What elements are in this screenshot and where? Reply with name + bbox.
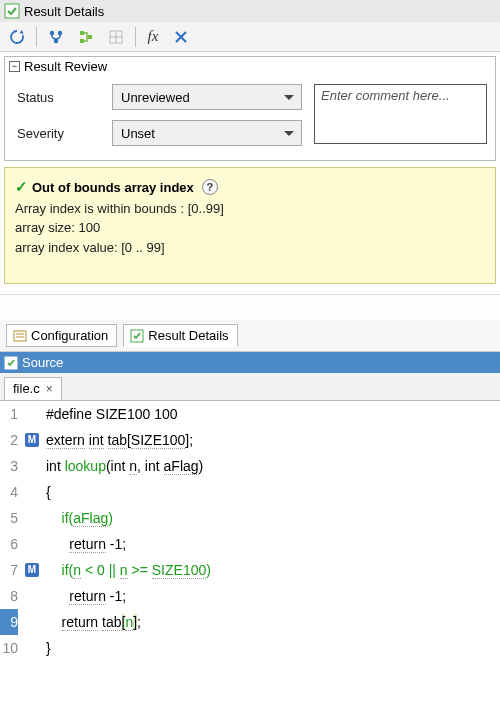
svg-point-2	[58, 30, 62, 34]
severity-label: Severity	[17, 126, 112, 141]
status-select[interactable]: Unreviewed	[112, 84, 302, 110]
tab-result-details[interactable]: Result Details	[123, 324, 237, 347]
line-number: 10	[0, 635, 18, 661]
code-line[interactable]: int lookup(int n, int aFlag)	[42, 453, 500, 479]
separator	[135, 27, 136, 47]
separator	[36, 27, 37, 47]
check-line: array index value: [0 .. 99]	[15, 238, 485, 258]
svg-rect-4	[80, 31, 84, 35]
severity-select[interactable]: Unset	[112, 120, 302, 146]
line-number: 7	[0, 557, 18, 583]
line-marker	[22, 479, 42, 505]
file-name: file.c	[13, 381, 40, 396]
line-number: 3	[0, 453, 18, 479]
line-number: 6	[0, 531, 18, 557]
check-title-row: ✓ Out of bounds array index ?	[15, 176, 485, 199]
check-line: array size: 100	[15, 218, 485, 238]
lower-tabs: Configuration Result Details	[0, 320, 500, 352]
result-review-header: − Result Review	[5, 57, 495, 76]
code-line[interactable]: extern int tab[SIZE100];	[42, 427, 500, 453]
line-gutter: 12345678910	[0, 401, 22, 661]
svg-rect-5	[80, 39, 84, 43]
fx-button[interactable]: fx	[142, 25, 164, 49]
tab-configuration[interactable]: Configuration	[6, 324, 117, 347]
line-number: 8	[0, 583, 18, 609]
code-lines: #define SIZE100 100extern int tab[SIZE10…	[42, 401, 500, 661]
line-number: 4	[0, 479, 18, 505]
reload-button[interactable]	[4, 25, 30, 49]
macro-marker-icon: M	[25, 433, 39, 447]
svg-rect-8	[14, 331, 26, 341]
code-line[interactable]: }	[42, 635, 500, 661]
collapse-toggle[interactable]: −	[9, 61, 20, 72]
check-ok-icon: ✓	[15, 176, 28, 199]
tree-icon	[78, 29, 94, 45]
grid-button[interactable]	[103, 25, 129, 49]
line-marker	[22, 531, 42, 557]
line-marker	[22, 401, 42, 427]
x-button[interactable]	[168, 25, 194, 49]
source-title-bar: Source	[0, 352, 500, 373]
tree-button[interactable]	[73, 25, 99, 49]
code-line[interactable]: return -1;	[42, 583, 500, 609]
app-icon	[4, 3, 20, 19]
svg-point-1	[50, 30, 54, 34]
line-marker: M	[22, 557, 42, 583]
toolbar: fx	[0, 22, 500, 52]
marker-gutter: MM	[22, 401, 42, 661]
code-line[interactable]: #define SIZE100 100	[42, 401, 500, 427]
result-review-title: Result Review	[24, 59, 107, 74]
branch-button[interactable]	[43, 25, 69, 49]
source-icon	[4, 356, 18, 370]
branch-icon	[48, 29, 64, 45]
title-text: Result Details	[24, 4, 104, 19]
file-tabs: file.c ×	[0, 373, 500, 401]
line-number: 9	[0, 609, 18, 635]
details-icon	[130, 329, 144, 343]
code-line[interactable]: {	[42, 479, 500, 505]
line-marker	[22, 583, 42, 609]
result-review-panel: − Result Review Status Unreviewed Severi…	[4, 56, 496, 161]
status-label: Status	[17, 90, 112, 105]
source-label: Source	[22, 355, 63, 370]
line-marker	[22, 505, 42, 531]
line-number: 5	[0, 505, 18, 531]
svg-rect-0	[5, 4, 19, 18]
check-panel: ✓ Out of bounds array index ? Array inde…	[4, 167, 496, 284]
file-tab[interactable]: file.c ×	[4, 377, 62, 400]
config-icon	[13, 329, 27, 343]
code-line[interactable]: if(aFlag)	[42, 505, 500, 531]
line-marker: M	[22, 427, 42, 453]
spacer	[0, 294, 500, 320]
check-line: Array index is within bounds : [0..99]	[15, 199, 485, 219]
grid-icon	[108, 29, 124, 45]
blue-x-icon	[172, 28, 190, 46]
close-icon[interactable]: ×	[46, 382, 53, 396]
comment-input[interactable]: Enter comment here...	[314, 84, 487, 144]
line-number: 1	[0, 401, 18, 427]
macro-marker-icon: M	[25, 563, 39, 577]
reload-icon	[8, 28, 26, 46]
code-line[interactable]: return -1;	[42, 531, 500, 557]
code-editor[interactable]: 12345678910 MM #define SIZE100 100extern…	[0, 401, 500, 661]
code-line[interactable]: if(n < 0 || n >= SIZE100)	[42, 557, 500, 583]
line-marker	[22, 453, 42, 479]
title-bar: Result Details	[0, 0, 500, 22]
check-title: Out of bounds array index	[32, 178, 194, 198]
line-marker	[22, 635, 42, 661]
help-icon[interactable]: ?	[202, 179, 218, 195]
line-number: 2	[0, 427, 18, 453]
line-marker	[22, 609, 42, 635]
code-line[interactable]: return tab[n];	[42, 609, 500, 635]
